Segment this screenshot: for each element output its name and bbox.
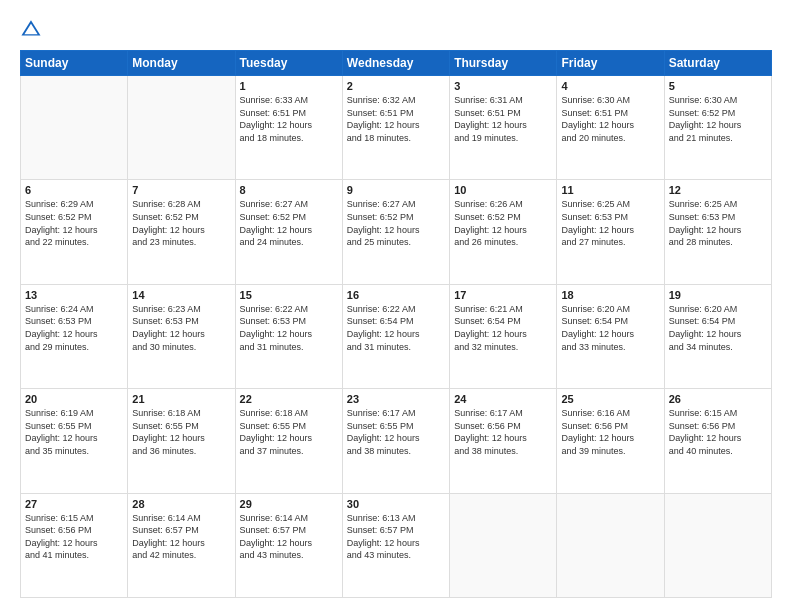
calendar-cell: 20Sunrise: 6:19 AM Sunset: 6:55 PM Dayli…	[21, 389, 128, 493]
day-number: 9	[347, 184, 445, 196]
calendar-cell	[664, 493, 771, 597]
day-info: Sunrise: 6:29 AM Sunset: 6:52 PM Dayligh…	[25, 198, 123, 248]
day-info: Sunrise: 6:17 AM Sunset: 6:56 PM Dayligh…	[454, 407, 552, 457]
logo-icon	[20, 18, 42, 40]
day-number: 29	[240, 498, 338, 510]
week-row-5: 27Sunrise: 6:15 AM Sunset: 6:56 PM Dayli…	[21, 493, 772, 597]
day-number: 19	[669, 289, 767, 301]
calendar-cell: 11Sunrise: 6:25 AM Sunset: 6:53 PM Dayli…	[557, 180, 664, 284]
calendar-cell: 12Sunrise: 6:25 AM Sunset: 6:53 PM Dayli…	[664, 180, 771, 284]
day-number: 3	[454, 80, 552, 92]
day-number: 11	[561, 184, 659, 196]
calendar-cell: 9Sunrise: 6:27 AM Sunset: 6:52 PM Daylig…	[342, 180, 449, 284]
day-info: Sunrise: 6:22 AM Sunset: 6:53 PM Dayligh…	[240, 303, 338, 353]
day-number: 27	[25, 498, 123, 510]
calendar-cell: 24Sunrise: 6:17 AM Sunset: 6:56 PM Dayli…	[450, 389, 557, 493]
day-number: 21	[132, 393, 230, 405]
weekday-header-tuesday: Tuesday	[235, 51, 342, 76]
calendar-cell: 28Sunrise: 6:14 AM Sunset: 6:57 PM Dayli…	[128, 493, 235, 597]
calendar-cell: 19Sunrise: 6:20 AM Sunset: 6:54 PM Dayli…	[664, 284, 771, 388]
day-number: 8	[240, 184, 338, 196]
day-info: Sunrise: 6:26 AM Sunset: 6:52 PM Dayligh…	[454, 198, 552, 248]
week-row-1: 1Sunrise: 6:33 AM Sunset: 6:51 PM Daylig…	[21, 76, 772, 180]
day-number: 15	[240, 289, 338, 301]
day-info: Sunrise: 6:25 AM Sunset: 6:53 PM Dayligh…	[561, 198, 659, 248]
day-info: Sunrise: 6:23 AM Sunset: 6:53 PM Dayligh…	[132, 303, 230, 353]
day-number: 16	[347, 289, 445, 301]
day-info: Sunrise: 6:20 AM Sunset: 6:54 PM Dayligh…	[561, 303, 659, 353]
calendar-cell: 27Sunrise: 6:15 AM Sunset: 6:56 PM Dayli…	[21, 493, 128, 597]
calendar-cell: 22Sunrise: 6:18 AM Sunset: 6:55 PM Dayli…	[235, 389, 342, 493]
day-number: 17	[454, 289, 552, 301]
day-info: Sunrise: 6:18 AM Sunset: 6:55 PM Dayligh…	[240, 407, 338, 457]
day-number: 30	[347, 498, 445, 510]
day-info: Sunrise: 6:27 AM Sunset: 6:52 PM Dayligh…	[240, 198, 338, 248]
day-info: Sunrise: 6:20 AM Sunset: 6:54 PM Dayligh…	[669, 303, 767, 353]
calendar-cell: 23Sunrise: 6:17 AM Sunset: 6:55 PM Dayli…	[342, 389, 449, 493]
day-number: 20	[25, 393, 123, 405]
day-number: 28	[132, 498, 230, 510]
day-number: 18	[561, 289, 659, 301]
day-number: 5	[669, 80, 767, 92]
weekday-header-row: SundayMondayTuesdayWednesdayThursdayFrid…	[21, 51, 772, 76]
weekday-header-sunday: Sunday	[21, 51, 128, 76]
day-number: 13	[25, 289, 123, 301]
day-number: 25	[561, 393, 659, 405]
calendar-cell: 15Sunrise: 6:22 AM Sunset: 6:53 PM Dayli…	[235, 284, 342, 388]
header	[20, 18, 772, 40]
calendar-cell: 13Sunrise: 6:24 AM Sunset: 6:53 PM Dayli…	[21, 284, 128, 388]
day-info: Sunrise: 6:13 AM Sunset: 6:57 PM Dayligh…	[347, 512, 445, 562]
day-number: 6	[25, 184, 123, 196]
day-info: Sunrise: 6:14 AM Sunset: 6:57 PM Dayligh…	[132, 512, 230, 562]
calendar-cell: 4Sunrise: 6:30 AM Sunset: 6:51 PM Daylig…	[557, 76, 664, 180]
day-info: Sunrise: 6:28 AM Sunset: 6:52 PM Dayligh…	[132, 198, 230, 248]
day-info: Sunrise: 6:33 AM Sunset: 6:51 PM Dayligh…	[240, 94, 338, 144]
calendar-cell	[21, 76, 128, 180]
day-info: Sunrise: 6:30 AM Sunset: 6:51 PM Dayligh…	[561, 94, 659, 144]
day-info: Sunrise: 6:15 AM Sunset: 6:56 PM Dayligh…	[25, 512, 123, 562]
calendar-cell: 1Sunrise: 6:33 AM Sunset: 6:51 PM Daylig…	[235, 76, 342, 180]
calendar-cell	[557, 493, 664, 597]
calendar-cell: 25Sunrise: 6:16 AM Sunset: 6:56 PM Dayli…	[557, 389, 664, 493]
day-info: Sunrise: 6:15 AM Sunset: 6:56 PM Dayligh…	[669, 407, 767, 457]
calendar-cell: 8Sunrise: 6:27 AM Sunset: 6:52 PM Daylig…	[235, 180, 342, 284]
weekday-header-thursday: Thursday	[450, 51, 557, 76]
calendar-cell: 5Sunrise: 6:30 AM Sunset: 6:52 PM Daylig…	[664, 76, 771, 180]
day-number: 23	[347, 393, 445, 405]
day-info: Sunrise: 6:21 AM Sunset: 6:54 PM Dayligh…	[454, 303, 552, 353]
day-info: Sunrise: 6:19 AM Sunset: 6:55 PM Dayligh…	[25, 407, 123, 457]
day-number: 14	[132, 289, 230, 301]
week-row-3: 13Sunrise: 6:24 AM Sunset: 6:53 PM Dayli…	[21, 284, 772, 388]
calendar-table: SundayMondayTuesdayWednesdayThursdayFrid…	[20, 50, 772, 598]
calendar-cell: 21Sunrise: 6:18 AM Sunset: 6:55 PM Dayli…	[128, 389, 235, 493]
logo	[20, 18, 46, 40]
day-number: 26	[669, 393, 767, 405]
day-info: Sunrise: 6:25 AM Sunset: 6:53 PM Dayligh…	[669, 198, 767, 248]
calendar-cell: 17Sunrise: 6:21 AM Sunset: 6:54 PM Dayli…	[450, 284, 557, 388]
calendar-cell: 30Sunrise: 6:13 AM Sunset: 6:57 PM Dayli…	[342, 493, 449, 597]
day-info: Sunrise: 6:18 AM Sunset: 6:55 PM Dayligh…	[132, 407, 230, 457]
day-info: Sunrise: 6:31 AM Sunset: 6:51 PM Dayligh…	[454, 94, 552, 144]
day-info: Sunrise: 6:27 AM Sunset: 6:52 PM Dayligh…	[347, 198, 445, 248]
calendar-cell	[128, 76, 235, 180]
week-row-4: 20Sunrise: 6:19 AM Sunset: 6:55 PM Dayli…	[21, 389, 772, 493]
calendar-cell: 2Sunrise: 6:32 AM Sunset: 6:51 PM Daylig…	[342, 76, 449, 180]
day-number: 12	[669, 184, 767, 196]
calendar-cell: 16Sunrise: 6:22 AM Sunset: 6:54 PM Dayli…	[342, 284, 449, 388]
day-number: 2	[347, 80, 445, 92]
weekday-header-friday: Friday	[557, 51, 664, 76]
day-number: 1	[240, 80, 338, 92]
calendar-cell: 29Sunrise: 6:14 AM Sunset: 6:57 PM Dayli…	[235, 493, 342, 597]
day-info: Sunrise: 6:14 AM Sunset: 6:57 PM Dayligh…	[240, 512, 338, 562]
calendar-cell: 14Sunrise: 6:23 AM Sunset: 6:53 PM Dayli…	[128, 284, 235, 388]
weekday-header-wednesday: Wednesday	[342, 51, 449, 76]
calendar-cell: 18Sunrise: 6:20 AM Sunset: 6:54 PM Dayli…	[557, 284, 664, 388]
calendar-cell: 7Sunrise: 6:28 AM Sunset: 6:52 PM Daylig…	[128, 180, 235, 284]
day-info: Sunrise: 6:30 AM Sunset: 6:52 PM Dayligh…	[669, 94, 767, 144]
day-info: Sunrise: 6:16 AM Sunset: 6:56 PM Dayligh…	[561, 407, 659, 457]
day-number: 7	[132, 184, 230, 196]
day-info: Sunrise: 6:22 AM Sunset: 6:54 PM Dayligh…	[347, 303, 445, 353]
calendar-cell: 26Sunrise: 6:15 AM Sunset: 6:56 PM Dayli…	[664, 389, 771, 493]
day-info: Sunrise: 6:17 AM Sunset: 6:55 PM Dayligh…	[347, 407, 445, 457]
day-number: 4	[561, 80, 659, 92]
